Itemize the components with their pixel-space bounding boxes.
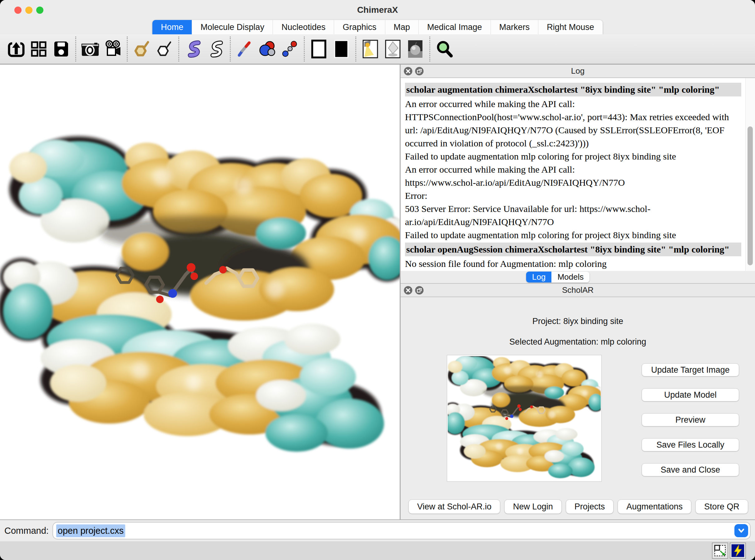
full-lighting-icon[interactable] (404, 37, 426, 61)
log-line: HTTPSConnectionPool(host='www.schol-ar.i… (405, 111, 741, 150)
tab-markers[interactable]: Markers (491, 20, 539, 34)
title-bar: ChimeraX (0, 0, 755, 20)
preview-button[interactable]: Preview (642, 413, 739, 426)
hide-atoms-icon[interactable] (153, 37, 176, 61)
tab-molecule-display[interactable]: Molecule Display (192, 20, 273, 34)
scholar-panel-body: Project: 8iyx binding site Selected Augm… (401, 297, 755, 524)
tab-home[interactable]: Home (152, 20, 192, 34)
main-content: Log scholar augmentation chimeraXscholar… (0, 65, 755, 519)
log-line: https://www.schol-ar.io/api/EditAug/NI9F… (405, 176, 741, 189)
log-line: 503 Server Error: Service Unavailable fo… (405, 202, 741, 228)
augmentations-button[interactable]: Augmentations (618, 499, 691, 514)
tab-map[interactable]: Map (385, 20, 419, 34)
scholar-panel-header: ScholAR (401, 284, 755, 297)
show-atoms-icon[interactable] (131, 37, 153, 61)
white-background-icon[interactable] (307, 37, 330, 61)
log-command-line: scholar openAugSession chimeraXscholarte… (405, 242, 741, 256)
command-history-dropdown-button[interactable] (734, 524, 748, 537)
stick-style-icon[interactable] (234, 37, 256, 61)
log-scrollbar[interactable] (745, 78, 755, 271)
chimerax-window: ChimeraX Home Molecule Display Nucleotid… (0, 0, 755, 560)
view-all-icon[interactable] (433, 37, 456, 61)
log-panel-header: Log (401, 65, 755, 78)
tab-graphics[interactable]: Graphics (334, 20, 385, 34)
right-panel: Log scholar augmentation chimeraXscholar… (401, 65, 755, 519)
save-icon[interactable] (50, 37, 73, 61)
scholar-augmentation-label: Selected Augmentation: mlp coloring (401, 337, 755, 347)
sphere-style-icon[interactable] (256, 37, 279, 61)
log-line: An error occurred while making the API c… (405, 163, 741, 176)
update-model-button[interactable]: Update Model (642, 388, 739, 401)
snapshot-camera-icon[interactable] (79, 37, 101, 61)
fast-mode-icon[interactable] (730, 542, 746, 559)
scholar-project-label: Project: 8iyx binding site (401, 317, 755, 326)
log-line: Error: (405, 189, 741, 202)
new-login-button[interactable]: New Login (504, 499, 562, 514)
log-scrollbar-thumb[interactable] (748, 126, 753, 265)
command-input[interactable]: open project.cxs (53, 522, 751, 539)
log-panel-title: Log (401, 65, 755, 77)
log-line: Failed to update augmentation mlp colori… (405, 150, 741, 163)
log-output: scholar augmentation chimeraXscholartest… (401, 78, 755, 271)
panel-tab-row: Log Models (401, 271, 755, 284)
soft-lighting-icon[interactable] (381, 37, 404, 61)
store-qr-button[interactable]: Store QR (695, 499, 748, 514)
simple-lighting-icon[interactable] (359, 37, 381, 61)
black-background-icon[interactable] (330, 37, 353, 61)
save-files-locally-button[interactable]: Save Files Locally (642, 438, 739, 452)
ribbon-tab-bar: Home Molecule Display Nucleotides Graphi… (0, 20, 755, 34)
update-target-image-button[interactable]: Update Target Image (642, 363, 739, 377)
augmentation-target-image (447, 355, 602, 482)
selection-outline-icon[interactable] (712, 542, 728, 559)
spin-movie-icon[interactable] (101, 37, 124, 61)
projects-button[interactable]: Projects (566, 499, 614, 514)
molecule-surface-render (0, 65, 400, 519)
hide-cartoons-icon[interactable] (204, 37, 227, 61)
log-line: No session file found for Augmentation: … (405, 257, 741, 270)
tab-medical-image[interactable]: Medical Image (419, 20, 491, 34)
open-icon[interactable] (5, 37, 27, 61)
command-bar: Command: open project.cxs (0, 519, 755, 541)
tab-nucleotides[interactable]: Nucleotides (273, 20, 334, 34)
scholar-panel-title: ScholAR (401, 284, 755, 297)
home-toolbar (0, 34, 755, 65)
tab-models[interactable]: Models (552, 272, 590, 282)
command-input-selected-text: open project.cxs (56, 524, 125, 537)
graphics-viewport[interactable] (0, 65, 400, 519)
tab-log[interactable]: Log (526, 272, 552, 282)
log-line: Failed to update augmentation mlp colori… (405, 228, 741, 242)
view-at-schol-ar-button[interactable]: View at Schol-AR.io (409, 499, 500, 514)
window-title: ChimeraX (0, 0, 755, 20)
log-command-line: scholar augmentation chimeraXscholartest… (405, 83, 741, 97)
log-line: An error occurred while making the API c… (405, 97, 741, 111)
ball-and-stick-style-icon[interactable] (279, 37, 301, 61)
recent-files-icon[interactable] (27, 37, 50, 61)
command-label: Command: (4, 526, 49, 536)
show-cartoons-icon[interactable] (182, 37, 204, 61)
tab-right-mouse[interactable]: Right Mouse (538, 20, 603, 34)
save-and-close-button[interactable]: Save and Close (642, 463, 739, 476)
status-bar (0, 541, 755, 560)
